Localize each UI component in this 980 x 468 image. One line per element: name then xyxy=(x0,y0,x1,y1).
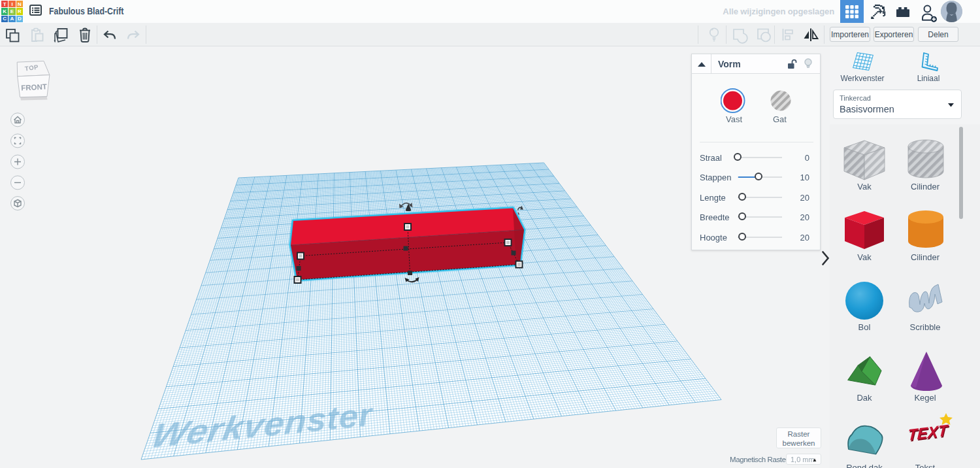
svg-text:Vak: Vak xyxy=(857,252,872,262)
svg-text:Kegel: Kegel xyxy=(914,393,936,403)
svg-text:Rond dak: Rond dak xyxy=(846,463,883,468)
svg-text:Vak: Vak xyxy=(857,182,872,192)
svg-text:Cilinder: Cilinder xyxy=(911,252,940,262)
svg-text:FRONT: FRONT xyxy=(21,82,47,92)
svg-text:Tekst: Tekst xyxy=(915,463,936,468)
svg-text:Bol: Bol xyxy=(858,322,871,332)
svg-text:Cilinder: Cilinder xyxy=(911,182,940,192)
svg-text:Dak: Dak xyxy=(857,393,872,403)
svg-text:Scribble: Scribble xyxy=(910,322,941,332)
